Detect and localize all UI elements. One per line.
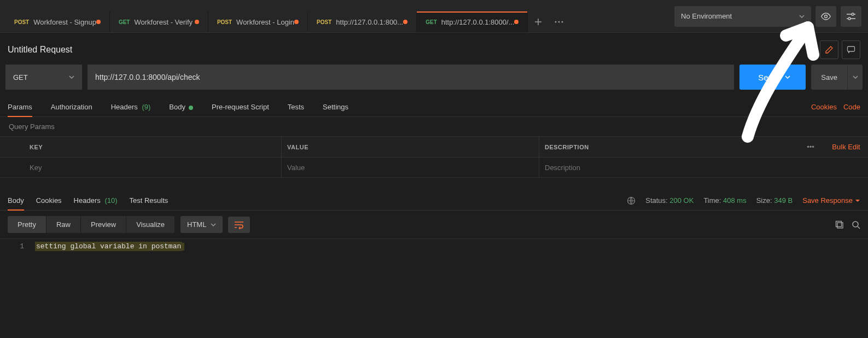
save-button[interactable]: Save [811, 65, 847, 90]
size-block: Size: 349 B [756, 196, 793, 205]
svg-rect-9 [836, 221, 842, 226]
tab-body[interactable]: Body [169, 97, 193, 116]
method-label: GET [119, 19, 130, 25]
view-pretty[interactable]: Pretty [8, 216, 46, 233]
view-mode-segment: Pretty Raw Preview Visualize [8, 216, 175, 233]
tab-title: Workforest - Verify [134, 18, 193, 26]
tab-params[interactable]: Params [8, 97, 32, 116]
value-input[interactable] [287, 164, 539, 172]
body-indicator-icon [189, 106, 193, 110]
send-label: Send [758, 73, 777, 82]
sliders-icon [846, 13, 856, 20]
new-tab-button[interactable] [528, 11, 549, 32]
response-tab-cookies[interactable]: Cookies [36, 191, 62, 210]
save-response-button[interactable]: Save Response [802, 196, 860, 205]
method-label: POST [14, 19, 29, 25]
chevron-down-icon [69, 75, 74, 79]
tab-settings[interactable]: Settings [323, 97, 348, 116]
environment-quicklook-button[interactable] [815, 6, 836, 27]
tab-verify[interactable]: GET Workforest - Verify [110, 11, 208, 32]
text-cursor-icon [182, 243, 184, 250]
tabs-row: POST Workforest - Signup GET Workforest … [0, 0, 668, 32]
svg-rect-8 [837, 223, 843, 228]
chevron-down-icon [785, 75, 790, 79]
environment-settings-button[interactable] [841, 6, 861, 27]
method-value: GET [13, 73, 28, 81]
request-title: Untitled Request [8, 45, 820, 55]
chevron-down-icon [855, 199, 860, 202]
globe-icon [627, 196, 636, 205]
time-block: Time: 408 ms [703, 196, 746, 205]
comments-button[interactable] [842, 40, 860, 59]
view-visualize[interactable]: Visualize [126, 216, 175, 233]
more-columns-button[interactable]: ••• [797, 143, 824, 151]
response-body: 1 setting global variable in postman [0, 239, 868, 254]
headers-count: (9) [142, 103, 150, 111]
eye-icon [820, 13, 831, 20]
tab-req4[interactable]: POST http://127.0.0.1:800... [308, 11, 417, 32]
bulk-edit-link[interactable]: Bulk Edit [824, 143, 868, 151]
line-number: 1 [0, 239, 33, 254]
more-tabs-button[interactable] [549, 11, 569, 32]
view-preview[interactable]: Preview [81, 216, 126, 233]
tab-title: http://127.0.0.1:8000/... [441, 18, 515, 26]
description-input[interactable] [545, 164, 797, 172]
col-value: VALUE [282, 137, 539, 157]
view-raw[interactable]: Raw [46, 216, 81, 233]
save-dropdown-button[interactable] [847, 65, 863, 90]
response-tab-headers[interactable]: Headers (10) [74, 191, 118, 210]
edit-title-button[interactable] [820, 40, 838, 59]
tab-authorization[interactable]: Authorization [51, 97, 92, 116]
environment-label: No Environment [681, 12, 732, 20]
col-description: DESCRIPTION [539, 137, 797, 157]
tab-prerequest[interactable]: Pre-request Script [212, 97, 269, 116]
svg-point-0 [555, 21, 557, 23]
svg-rect-6 [848, 46, 855, 51]
type-label: HTML [187, 220, 206, 229]
dirty-dot-icon [195, 20, 199, 24]
tab-label: Body [169, 103, 185, 111]
search-icon [852, 220, 860, 229]
method-label: POST [217, 19, 232, 25]
tab-headers[interactable]: Headers (9) [111, 97, 151, 116]
response-tab-tests[interactable]: Test Results [130, 191, 168, 210]
tab-tests[interactable]: Tests [288, 97, 304, 116]
dirty-dot-icon [514, 20, 519, 24]
search-button[interactable] [852, 220, 860, 229]
key-input[interactable] [30, 164, 281, 172]
body-type-select[interactable]: HTML [180, 216, 223, 233]
response-tab-body[interactable]: Body [8, 191, 24, 210]
svg-point-3 [825, 15, 828, 18]
svg-point-1 [558, 21, 560, 23]
svg-point-4 [852, 13, 854, 15]
tab-title: Workforest - Signup [33, 18, 96, 26]
query-params-label: Query Params [0, 117, 868, 136]
headers-count: (10) [104, 196, 117, 205]
code-link[interactable]: Code [843, 103, 860, 111]
col-key: KEY [24, 137, 282, 157]
network-info-button[interactable] [627, 196, 636, 205]
status-block: Status: 200 OK [645, 196, 694, 205]
tab-login[interactable]: POST Workforest - Login [208, 11, 308, 32]
environment-select[interactable]: No Environment [674, 6, 811, 27]
chevron-down-icon [211, 223, 216, 226]
pencil-icon [825, 45, 834, 54]
tab-req5[interactable]: GET http://127.0.0.1:8000/... [417, 11, 528, 32]
send-button[interactable]: Send [739, 65, 806, 90]
chevron-down-icon [853, 75, 858, 79]
tab-signup[interactable]: POST Workforest - Signup [5, 11, 110, 32]
code-line[interactable]: setting global variable in postman [33, 239, 868, 254]
chevron-down-icon [799, 15, 805, 18]
dirty-dot-icon [96, 20, 101, 24]
copy-icon [835, 220, 844, 229]
copy-button[interactable] [835, 220, 844, 229]
tab-label: Headers [111, 103, 138, 111]
tab-title: Workforest - Login [236, 18, 294, 26]
tab-title: http://127.0.0.1:800... [336, 18, 403, 26]
method-select[interactable]: GET [5, 65, 82, 90]
method-label: GET [426, 19, 437, 25]
url-input[interactable] [88, 65, 734, 90]
svg-point-10 [853, 222, 858, 227]
wrap-lines-button[interactable] [228, 217, 250, 233]
cookies-link[interactable]: Cookies [811, 103, 837, 111]
